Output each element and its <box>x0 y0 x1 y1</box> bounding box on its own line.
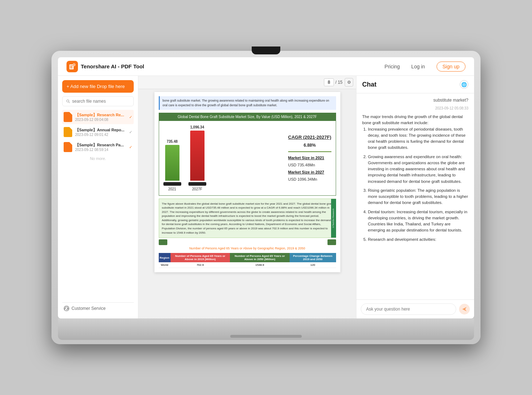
login-button[interactable]: Log in <box>407 62 429 72</box>
legend-market-2027-label: Market Size in 2027 <box>288 170 331 174</box>
answer-list: Increasing prevalence of periodontal dis… <box>362 126 468 243</box>
svg-rect-9 <box>65 308 65 309</box>
bar-2021-value: 735.48 <box>167 140 178 143</box>
pdf-settings-button[interactable]: ⚙ <box>345 78 353 87</box>
pdf-toolbar: / 15 ⚙ <box>138 76 356 89</box>
add-file-button[interactable]: + Add new file Drop file here <box>62 80 134 93</box>
answer-item-1: Increasing prevalence of periodontal dis… <box>368 126 468 151</box>
chat-title: Chat <box>362 81 376 88</box>
svg-rect-3 <box>70 68 73 68</box>
pdf-viewer: / 15 ⚙ bone graft substitute market. The… <box>138 76 356 318</box>
bars-area: 735.48 2021 1,096.34 <box>163 125 284 191</box>
svg-rect-1 <box>70 65 73 66</box>
svg-point-11 <box>66 309 67 310</box>
pdf-page: bone graft substitute market. The growin… <box>154 92 340 272</box>
file-info-1: 【Sample】Research Re... 2023-09-12 09:04:… <box>75 112 126 122</box>
td-2019: 702.9 <box>171 262 230 268</box>
customer-service-label: Customer Service <box>72 306 105 311</box>
intro-text-strip: bone graft substitute market. The growin… <box>159 96 336 110</box>
nav-arrows <box>159 238 336 247</box>
file-info-2: 【Sample】Annual Repo... 2023-09-12 09:01:… <box>75 127 126 137</box>
file-check-3: ✓ <box>129 145 132 150</box>
th-2019: Number of Persons Aged 65 Years or Above… <box>171 253 230 262</box>
th-pct: Percentage Change Between 2019 and 2050 <box>290 253 336 262</box>
bar-2027-label: 2027F <box>192 187 202 191</box>
svg-rect-2 <box>70 67 72 67</box>
file-item-2[interactable]: 【Sample】Annual Repo... 2023-09-12 09:01:… <box>62 125 134 139</box>
population-table: Region Number of Persons Aged 65 Years o… <box>159 253 336 268</box>
file-icon-3 <box>64 142 72 152</box>
td-region: World <box>159 262 171 268</box>
answer-item-5: Research and development activities: <box>368 236 468 243</box>
table-row-world: World 702.9 1548.9 120 <box>159 262 336 268</box>
legend-market-2027-value: USD 1096.34Mn <box>288 177 331 181</box>
chat-send-button[interactable] <box>459 304 470 314</box>
svg-rect-10 <box>68 308 68 309</box>
file-name-1: 【Sample】Research Re... <box>75 112 126 118</box>
techsci-label: ©TechSci Research <box>331 199 336 238</box>
legend-cagr-label: CAGR (2021-2027F) <box>288 135 331 140</box>
chat-question: substitute market? <box>362 98 468 103</box>
search-box <box>62 96 134 106</box>
chat-input[interactable] <box>361 303 456 315</box>
legend-divider <box>288 151 331 152</box>
chat-input-area <box>356 299 474 318</box>
th-region: Region <box>159 253 171 262</box>
bar-group-2021: 735.48 2021 <box>163 140 181 191</box>
pdf-content: bone graft substitute market. The growin… <box>138 89 356 318</box>
prev-arrow[interactable] <box>159 239 167 245</box>
td-2050: 1548.9 <box>230 262 290 268</box>
svg-text:AI: AI <box>73 64 75 66</box>
td-pct: 120 <box>290 262 336 268</box>
brand-area: AI Tenorshare AI - PDF Tool <box>66 61 380 72</box>
legend-market-2021-label: Market Size in 2021 <box>288 156 331 160</box>
sidebar: + Add new file Drop file here 【Sample】R <box>58 76 138 318</box>
file-name-3: 【Sample】Research Pa... <box>75 142 126 148</box>
svg-point-6 <box>66 100 69 102</box>
chat-header: Chat 🌐 <box>356 76 474 93</box>
brand-name: Tenorshare AI - PDF Tool <box>81 63 144 69</box>
send-icon <box>462 307 467 312</box>
page-input-group: / 15 <box>324 78 343 86</box>
file-date-1: 2023-09-12 09:04:08 <box>75 118 126 122</box>
search-input[interactable] <box>72 99 130 104</box>
customer-service-icon <box>64 306 69 311</box>
file-item-1[interactable]: 【Sample】Research Re... 2023-09-12 09:04:… <box>62 110 134 124</box>
bar-2021-label: 2021 <box>168 187 176 191</box>
chart-header: Global Dental Bone Graft Substitute Mark… <box>159 113 336 121</box>
intro-text: bone graft substitute market. The growin… <box>163 99 329 107</box>
file-info-3: 【Sample】Research Pa... 2023-09-12 08:59:… <box>75 142 126 152</box>
file-check-2: ✓ <box>129 130 132 135</box>
svg-line-7 <box>69 102 70 103</box>
file-check-1: ✓ <box>129 115 132 120</box>
file-icon-2 <box>64 127 72 137</box>
legend-market-2021-value: USD 735.48Mn <box>288 163 331 167</box>
globe-icon[interactable]: 🌐 <box>460 80 468 89</box>
no-more-label: No more. <box>62 155 134 162</box>
th-2050: Number of Persons Aged 65 Years or Above… <box>230 253 290 262</box>
desc-content: The figure above illustrates the global … <box>162 202 332 234</box>
answer-item-2: Growing awareness and expenditure on ora… <box>368 154 468 185</box>
page-number-input[interactable] <box>324 78 334 86</box>
navbar: AI Tenorshare AI - PDF Tool Pricing Log … <box>58 57 474 76</box>
next-arrow[interactable] <box>327 239 336 245</box>
bar-2027-value: 1,096.34 <box>190 125 204 129</box>
bar-2021 <box>165 145 179 181</box>
main-area: + Add new file Drop file here 【Sample】R <box>58 76 474 318</box>
signup-button[interactable]: Sign up <box>437 62 466 72</box>
chat-messages: substitute market? 2023-09-12 05:08:33 T… <box>356 93 474 299</box>
answer-intro: The major trends driving the growth of t… <box>362 114 468 126</box>
file-icon-1 <box>64 112 72 122</box>
bar-base-2021 <box>163 182 181 186</box>
answer-item-4: Dental tourism: Increasing dental touris… <box>368 209 468 234</box>
search-icon <box>66 99 70 103</box>
file-item-3[interactable]: 【Sample】Research Pa... 2023-09-12 08:59:… <box>62 140 134 154</box>
pricing-link[interactable]: Pricing <box>385 64 400 69</box>
bar-base-2027 <box>188 182 206 186</box>
chart-legend: CAGR (2021-2027F) 6.88% Market Size in 2… <box>288 125 331 191</box>
page-separator: / 15 <box>335 80 343 85</box>
chat-answer: The major trends driving the growth of t… <box>362 114 468 245</box>
chat-timestamp: 2023-09-12 05:08:33 <box>362 106 468 110</box>
customer-service[interactable]: Customer Service <box>62 302 134 314</box>
pop-table-title: Number of Persons Aged 65 Years or Above… <box>159 247 336 250</box>
